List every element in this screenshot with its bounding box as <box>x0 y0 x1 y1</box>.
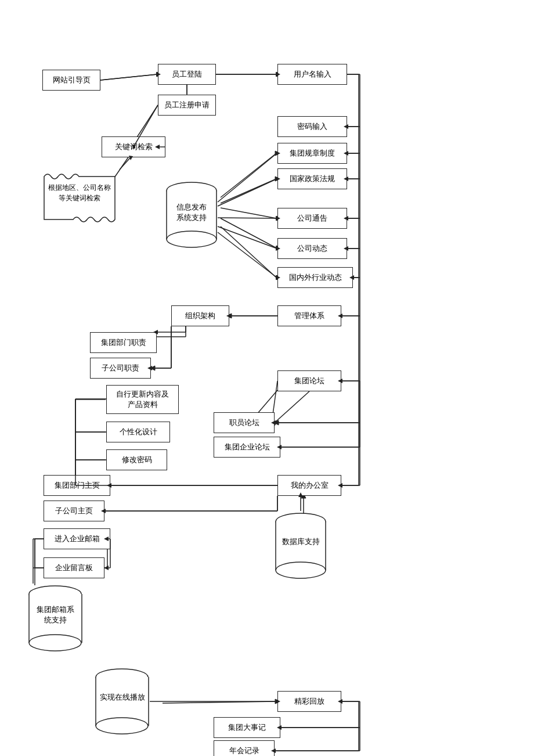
company-news-label: 公司动态 <box>297 243 327 254</box>
keyword-search-box: 关键词检索 <box>102 136 165 157</box>
website-guide-label: 网站引导页 <box>53 75 91 85</box>
group-biz-forum-label: 集团企业论坛 <box>225 442 270 452</box>
org-structure-label: 组织架构 <box>185 311 215 321</box>
company-notice-label: 公司通告 <box>297 213 327 224</box>
svg-line-122 <box>218 218 277 218</box>
personalize-label: 个性化设计 <box>120 427 157 437</box>
group-biz-forum-box: 集团企业论坛 <box>214 437 280 458</box>
employee-login-label: 员工登陆 <box>172 69 202 80</box>
password-input-box: 密码输入 <box>277 116 347 137</box>
svg-line-155 <box>275 391 309 423</box>
diagram: 网站引导页 员工登陆 员工注册申请 用户名输入 密码输入 关键词检索 集团规章制… <box>0 0 534 756</box>
info-system-cylinder: 信息发布 系统支持 <box>165 180 218 250</box>
svg-line-120 <box>218 179 277 206</box>
username-input-label: 用户名输入 <box>294 69 331 80</box>
subsidiary-duty-label: 子公司职责 <box>102 363 139 373</box>
group-events-box: 集团大事记 <box>214 717 280 738</box>
my-office-label: 我的办公室 <box>291 480 329 491</box>
db-support-cylinder: 数据库支持 <box>275 511 327 581</box>
industry-news-label: 国内外行业动态 <box>289 272 342 283</box>
svg-line-116 <box>120 157 131 170</box>
website-guide-box: 网站引导页 <box>42 70 100 91</box>
group-dept-home-box: 集团部门主页 <box>44 475 110 496</box>
staff-forum-label: 职员论坛 <box>229 417 259 428</box>
video-system-label: 实现在线播放 <box>95 692 150 703</box>
svg-line-124 <box>218 226 277 249</box>
svg-line-118 <box>218 153 277 202</box>
change-pwd-label: 修改密码 <box>122 455 152 465</box>
keyword-note-scroll: 根据地区、公司名称 等关键词检索 <box>39 170 120 226</box>
video-system-cylinder: 实现在线播放 <box>95 667 150 736</box>
employee-register-box: 员工注册申请 <box>158 95 216 116</box>
mgmt-system-box: 管理体系 <box>277 305 341 326</box>
svg-line-13 <box>221 226 276 278</box>
svg-line-126 <box>218 232 277 278</box>
mgmt-system-label: 管理体系 <box>294 311 324 321</box>
group-events-label: 集团大事记 <box>228 722 266 733</box>
svg-line-76 <box>163 701 276 703</box>
subsidiary-home-label: 子公司主页 <box>55 506 93 516</box>
svg-line-87 <box>221 179 276 203</box>
company-news-box: 公司动态 <box>277 238 347 259</box>
enter-mailbox-label: 进入企业邮箱 <box>55 534 100 544</box>
svg-marker-37 <box>150 366 155 370</box>
subsidiary-home-box: 子公司主页 <box>44 501 104 521</box>
svg-marker-179 <box>104 566 109 570</box>
highlights-box: 精彩回放 <box>277 691 341 712</box>
svg-point-93 <box>167 231 217 247</box>
mail-system-cylinder: 集团邮箱系 统支持 <box>28 584 83 653</box>
self-update-box: 自行更新内容及 产品资料 <box>106 385 179 414</box>
employee-register-label: 员工注册申请 <box>164 100 210 110</box>
national-policy-label: 国家政策法规 <box>290 174 335 184</box>
my-office-box: 我的办公室 <box>277 475 341 496</box>
annual-record-box: 年会记录 <box>214 740 275 756</box>
group-forum-label: 集团论坛 <box>294 376 324 386</box>
change-pwd-box: 修改密码 <box>106 449 167 470</box>
group-forum-box: 集团论坛 <box>277 370 341 391</box>
svg-line-11 <box>221 218 276 248</box>
svg-line-85 <box>221 153 276 197</box>
group-rules-box: 集团规章制度 <box>277 143 347 164</box>
employee-login-box: 员工登陆 <box>158 64 216 85</box>
group-dept-home-label: 集团部门主页 <box>55 480 100 491</box>
keyword-note-label: 根据地区、公司名称 等关键词检索 <box>45 182 114 203</box>
keyword-search-label: 关键词检索 <box>115 142 153 152</box>
enterprise-board-label: 企业留言板 <box>55 563 93 573</box>
subsidiary-duty-box: 子公司职责 <box>90 358 151 379</box>
group-dept-duty-label: 集团部门职责 <box>101 337 146 348</box>
info-system-label: 信息发布 系统支持 <box>165 202 218 223</box>
svg-marker-156 <box>275 420 277 426</box>
national-policy-box: 国家政策法规 <box>277 168 347 189</box>
highlights-label: 精彩回放 <box>294 696 324 707</box>
group-rules-label: 集团规章制度 <box>290 148 335 159</box>
svg-marker-48 <box>274 420 279 425</box>
annual-record-label: 年会记录 <box>229 746 259 756</box>
svg-point-108 <box>96 718 148 734</box>
mail-system-label: 集团邮箱系 统支持 <box>28 604 83 625</box>
enterprise-board-box: 企业留言板 <box>44 557 104 578</box>
org-structure-box: 组织架构 <box>171 305 229 326</box>
group-dept-duty-box: 集团部门职责 <box>90 332 157 353</box>
username-input-box: 用户名输入 <box>277 64 347 85</box>
staff-forum-box: 职员论坛 <box>214 412 275 433</box>
svg-point-98 <box>276 562 326 578</box>
svg-line-9 <box>221 208 276 218</box>
svg-line-0 <box>100 74 157 80</box>
password-input-label: 密码输入 <box>297 121 327 132</box>
company-notice-box: 公司通告 <box>277 208 347 229</box>
self-update-label: 自行更新内容及 产品资料 <box>116 389 169 410</box>
personalize-box: 个性化设计 <box>106 422 170 442</box>
industry-news-box: 国内外行业动态 <box>277 267 353 288</box>
db-support-label: 数据库支持 <box>275 537 327 547</box>
svg-point-103 <box>29 635 81 651</box>
svg-line-109 <box>100 74 157 80</box>
enter-mailbox-box: 进入企业邮箱 <box>44 528 110 549</box>
